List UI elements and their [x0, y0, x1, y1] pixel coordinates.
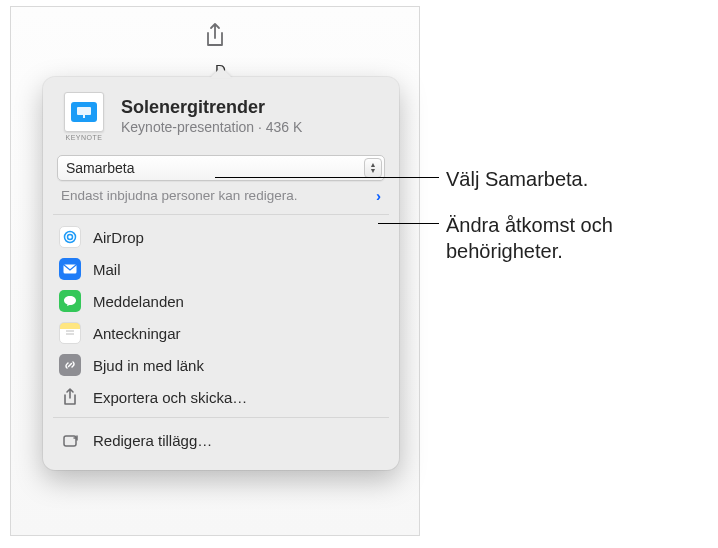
callout-collaborate: Välj Samarbeta.	[446, 166, 588, 192]
leader-line	[215, 177, 439, 178]
svg-point-2	[65, 232, 76, 243]
updown-icon: ▲ ▼	[364, 158, 382, 178]
share-item-label: Mail	[93, 261, 121, 278]
share-item-label: AirDrop	[93, 229, 144, 246]
document-title: Solenergitrender	[121, 97, 383, 118]
share-item-label: Anteckningar	[93, 325, 181, 342]
svg-point-3	[68, 235, 73, 240]
document-header: KEYNOTE Solenergitrender Keynote-present…	[43, 77, 399, 149]
share-item-notes[interactable]: Anteckningar	[53, 317, 389, 349]
toolbar	[11, 7, 419, 59]
share-item-label: Meddelanden	[93, 293, 184, 310]
share-item-export[interactable]: Exportera och skicka…	[53, 381, 389, 413]
keynote-icon	[76, 106, 92, 118]
share-item-airdrop[interactable]: AirDrop	[53, 221, 389, 253]
chevron-right-icon: ›	[376, 187, 381, 204]
svg-rect-0	[77, 107, 91, 115]
share-item-messages[interactable]: Meddelanden	[53, 285, 389, 317]
thumbnail-label: KEYNOTE	[66, 134, 103, 141]
link-icon	[59, 354, 81, 376]
messages-icon	[59, 290, 81, 312]
share-popover: KEYNOTE Solenergitrender Keynote-present…	[43, 77, 399, 470]
collaborate-select-value: Samarbeta	[66, 160, 134, 176]
permissions-row[interactable]: Endast inbjudna personer kan redigera. ›	[57, 187, 385, 204]
svg-rect-1	[83, 115, 85, 118]
edit-extensions-item[interactable]: Redigera tillägg…	[53, 424, 389, 456]
share-item-mail[interactable]: Mail	[53, 253, 389, 285]
share-list: AirDrop Mail Meddelanden Anteckningar	[43, 215, 399, 417]
permissions-text: Endast inbjudna personer kan redigera.	[61, 188, 297, 203]
notes-icon	[59, 322, 81, 344]
document-thumbnail: KEYNOTE	[59, 91, 109, 141]
mail-icon	[59, 258, 81, 280]
share-item-invite-link[interactable]: Bjud in med länk	[53, 349, 389, 381]
share-toolbar-button[interactable]	[203, 22, 227, 50]
share-item-label: Exportera och skicka…	[93, 389, 247, 406]
share-item-label: Bjud in med länk	[93, 357, 204, 374]
callout-permissions: Ändra åtkomst och behörigheter.	[446, 212, 696, 264]
share-icon	[203, 22, 227, 50]
export-icon	[59, 386, 81, 408]
document-meta: Keynote-presentation · 436 K	[121, 119, 383, 135]
extensions-icon	[59, 429, 81, 451]
leader-line	[378, 223, 439, 224]
airdrop-icon	[59, 226, 81, 248]
edit-extensions-label: Redigera tillägg…	[93, 432, 212, 449]
window-frame: D KEYNOTE Solenergitrender Keynote-pres	[10, 6, 420, 536]
